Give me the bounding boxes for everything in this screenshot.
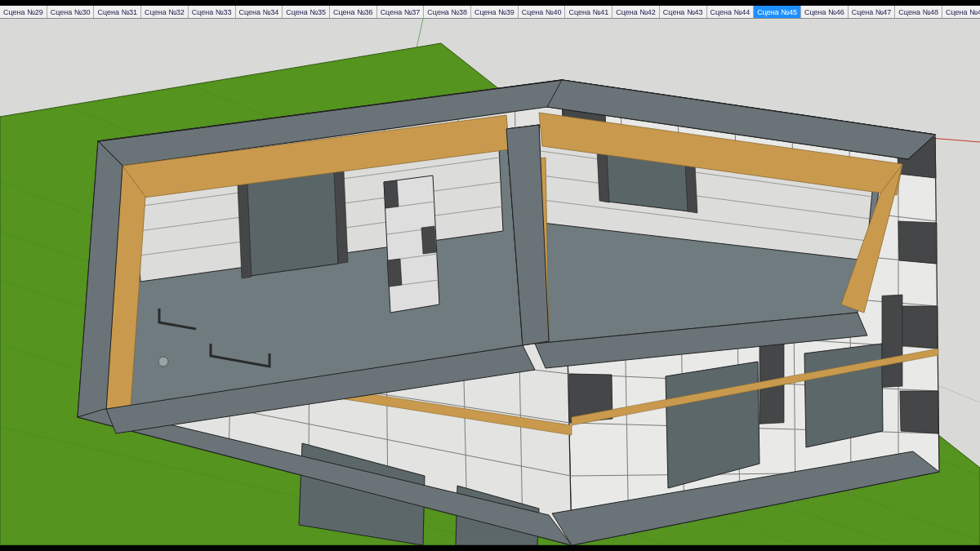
scene-tab-34[interactable]: Сцена №34 <box>236 6 283 18</box>
scene-tab-42[interactable]: Сцена №42 <box>612 6 660 18</box>
svg-marker-61 <box>421 226 436 254</box>
scene-tab-37[interactable]: Сцена №37 <box>377 6 425 18</box>
scene-tab-46[interactable]: Сцена №46 <box>801 6 849 18</box>
scene-tab-39[interactable]: Сцена №39 <box>471 6 519 18</box>
letterbox-top <box>0 0 980 6</box>
scene-tab-40[interactable]: Сцена №40 <box>519 6 566 18</box>
scene-tab-49[interactable]: Сцена №49 <box>942 6 980 18</box>
scene-tab-48[interactable]: Сцена №48 <box>895 6 942 18</box>
scene-tab-44[interactable]: Сцена №44 <box>707 6 755 18</box>
svg-marker-41 <box>899 306 938 349</box>
scene-tab-45[interactable]: Сцена №45 <box>754 6 801 18</box>
scene-tab-36[interactable]: Сцена №36 <box>330 6 377 18</box>
scene-tab-41[interactable]: Сцена №41 <box>565 6 612 18</box>
svg-marker-62 <box>387 259 402 287</box>
svg-rect-44 <box>882 295 902 387</box>
scene-tab-35[interactable]: Сцена №35 <box>283 6 330 18</box>
letterbox-bottom <box>0 545 980 551</box>
scene-tab-29[interactable]: Сцена №29 <box>0 6 47 18</box>
viewport-3d[interactable] <box>0 19 980 545</box>
scene-tab-32[interactable]: Сцена №32 <box>141 6 189 18</box>
right-opening-2 <box>804 344 883 447</box>
svg-point-45 <box>158 357 168 367</box>
scene-tab-33[interactable]: Сцена №33 <box>189 6 236 18</box>
scene-tab-38[interactable]: Сцена №38 <box>424 6 471 18</box>
scene-tab-43[interactable]: Сцена №43 <box>660 6 707 18</box>
svg-marker-42 <box>900 391 938 433</box>
scene-tab-31[interactable]: Сцена №31 <box>94 6 141 18</box>
svg-marker-40 <box>898 221 937 264</box>
svg-marker-60 <box>384 180 399 208</box>
scene-tab-30[interactable]: Сцена №30 <box>47 6 95 18</box>
scene-tab-47[interactable]: Сцена №47 <box>849 6 896 18</box>
scene-tabs-bar: Сцена №29Сцена №30Сцена №31Сцена №32Сцен… <box>0 6 980 19</box>
